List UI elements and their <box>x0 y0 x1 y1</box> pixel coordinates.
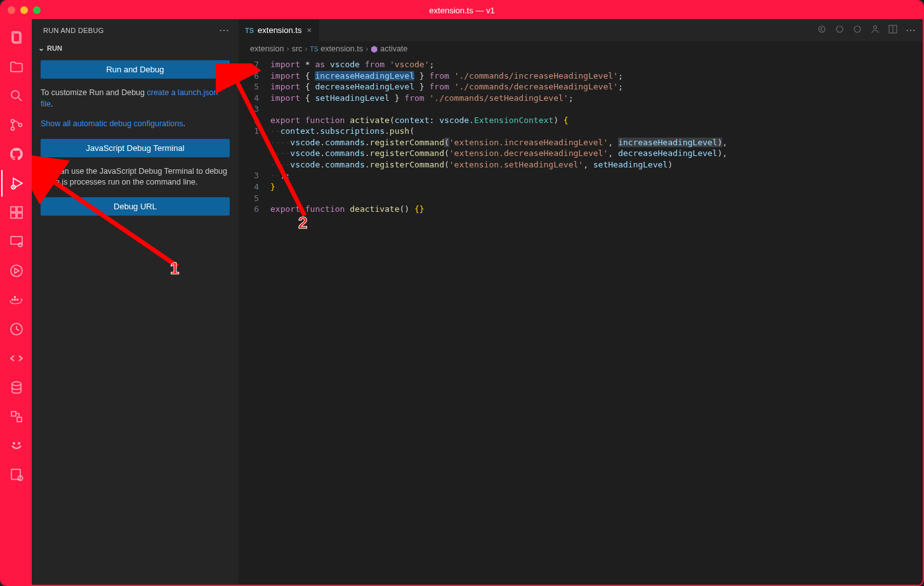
github-icon[interactable] <box>1 141 32 167</box>
annotation-number-2: 2 <box>298 213 307 233</box>
symbol-method-icon: ⬢ <box>371 44 378 54</box>
split-editor-icon[interactable] <box>888 24 898 36</box>
tab-filename: extension.ts <box>258 25 301 35</box>
customize-help-text: To customize Run and Debug create a laun… <box>41 88 230 110</box>
line-number-gutter: 7654321 3456 <box>239 59 270 585</box>
chevron-right-icon: › <box>366 44 368 53</box>
svg-point-5 <box>11 127 15 131</box>
editor-more-icon[interactable]: ⋯ <box>906 24 916 36</box>
svg-point-2 <box>11 91 19 98</box>
chevron-right-icon: › <box>287 44 289 53</box>
sidebar-title: RUN AND DEBUG <box>43 27 104 34</box>
svg-rect-22 <box>11 412 16 416</box>
debug-url-button[interactable]: Debug URL <box>41 197 230 216</box>
svg-point-4 <box>11 120 15 123</box>
typescript-file-icon: TS <box>245 27 254 34</box>
nav-back-icon[interactable] <box>817 24 827 36</box>
search-icon[interactable] <box>1 82 32 109</box>
svg-point-15 <box>11 265 22 277</box>
show-configs-text: Show all automatic debug configurations. <box>41 119 230 130</box>
js-debug-terminal-button[interactable]: JavaScript Debug Terminal <box>41 139 230 157</box>
section-label: RUN <box>47 44 62 52</box>
svg-rect-17 <box>14 299 16 301</box>
explorer-icon[interactable] <box>1 24 32 51</box>
window-maximize-button[interactable] <box>33 6 41 14</box>
activity-bar <box>1 19 32 585</box>
extensions-icon[interactable] <box>1 199 32 226</box>
window-close-button[interactable] <box>8 6 15 14</box>
nav-circle-icon[interactable] <box>852 24 862 36</box>
breadcrumb-part[interactable]: src <box>292 44 303 53</box>
annotation-number-1: 1 <box>170 259 179 278</box>
window-titlebar: extension.ts — v1 <box>1 1 923 19</box>
svg-rect-10 <box>17 207 22 212</box>
circle-icon[interactable] <box>1 316 32 342</box>
svg-point-28 <box>819 26 825 32</box>
svg-rect-19 <box>14 296 16 298</box>
show-configs-link[interactable]: Show all automatic debug configurations <box>41 119 183 128</box>
remote-icon[interactable] <box>1 228 32 255</box>
chevron-down-icon: ⌄ <box>38 44 44 53</box>
js-terminal-help-text: You can use the JavaScript Debug Termina… <box>41 166 230 188</box>
close-tab-icon[interactable]: × <box>305 25 313 35</box>
breadcrumb-part[interactable]: activate <box>380 44 407 53</box>
editor-area: TS extension.ts × ⋯ extension › sr <box>239 19 923 585</box>
chevron-right-icon: › <box>305 44 307 53</box>
svg-point-31 <box>874 26 877 29</box>
test-icon[interactable] <box>1 257 32 284</box>
svg-line-3 <box>18 98 22 101</box>
svg-point-21 <box>12 382 21 386</box>
person-icon[interactable] <box>870 24 880 36</box>
breadcrumb: extension › src › TS extension.ts › ⬢ ac… <box>239 41 923 56</box>
server-icon[interactable] <box>1 403 32 430</box>
svg-rect-23 <box>17 417 22 422</box>
svg-rect-18 <box>16 299 18 301</box>
run-debug-icon[interactable] <box>1 170 32 197</box>
run-debug-sidebar: RUN AND DEBUG ⋯ ⌄ RUN Run and Debug To c… <box>32 19 239 585</box>
code-content[interactable]: import * as vscode from 'vscode'; import… <box>270 59 923 585</box>
more-actions-icon[interactable]: ⋯ <box>219 24 230 36</box>
svg-point-30 <box>854 26 861 32</box>
nav-forward-icon[interactable] <box>835 24 845 36</box>
window-title: extension.ts — v1 <box>429 6 494 15</box>
tab-extension-ts[interactable]: TS extension.ts × <box>239 19 320 41</box>
docker-icon[interactable] <box>1 287 32 313</box>
svg-rect-12 <box>17 213 22 218</box>
breadcrumb-part[interactable]: extension <box>250 44 284 53</box>
smile-icon[interactable] <box>1 433 32 459</box>
svg-rect-26 <box>11 469 20 479</box>
run-and-debug-button[interactable]: Run and Debug <box>41 60 230 79</box>
svg-point-24 <box>13 443 15 444</box>
svg-point-25 <box>18 443 20 444</box>
breadcrumb-part[interactable]: extension.ts <box>320 44 363 53</box>
window-minimize-button[interactable] <box>20 6 28 14</box>
database-icon[interactable] <box>1 374 32 401</box>
svg-point-14 <box>18 243 22 247</box>
svg-rect-9 <box>11 207 16 212</box>
svg-point-6 <box>19 124 22 127</box>
svg-rect-11 <box>11 213 16 218</box>
typescript-file-icon: TS <box>310 46 319 53</box>
code-editor[interactable]: 7654321 3456 import * as vscode from 'vs… <box>239 56 923 585</box>
run-section-header[interactable]: ⌄ RUN <box>32 41 239 55</box>
code-icon[interactable] <box>1 345 32 372</box>
svg-point-29 <box>836 26 843 32</box>
folder-icon[interactable] <box>1 53 32 80</box>
source-control-icon[interactable] <box>1 112 32 138</box>
svg-rect-16 <box>11 299 13 301</box>
settings-gear-icon[interactable] <box>1 462 32 488</box>
